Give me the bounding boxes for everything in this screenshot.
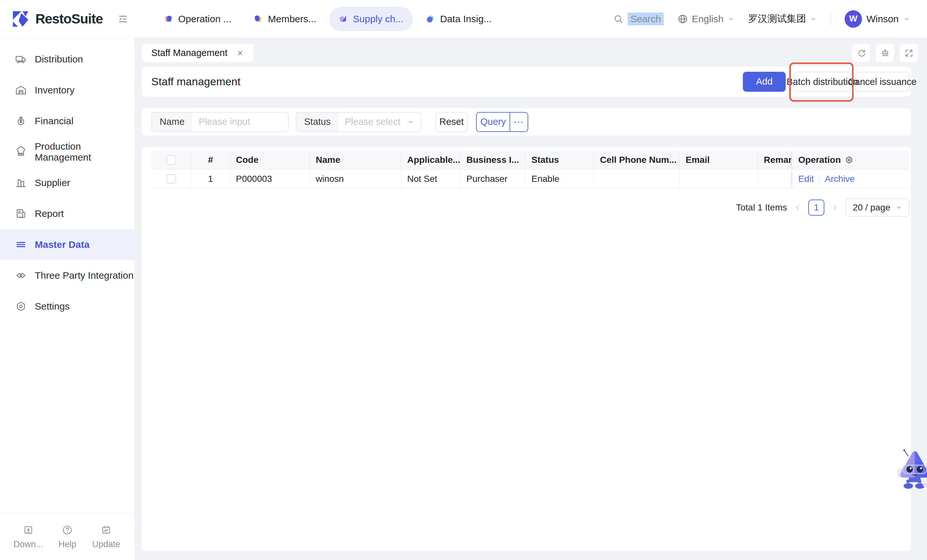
sidebar-item-label: Settings [35, 301, 70, 312]
chevron-down-icon [903, 15, 910, 23]
module-tab-operation[interactable]: Operation ... [154, 7, 241, 31]
query-button[interactable]: Query [477, 113, 509, 131]
sidebar-footer: Down... Help Update [0, 513, 134, 560]
query-split-button: Query ⋯ [476, 112, 528, 132]
cell-code: P000003 [230, 170, 310, 188]
chevron-down-icon [895, 204, 903, 211]
download-button[interactable]: Down... [14, 525, 43, 549]
page-title: Staff management [151, 75, 240, 88]
refresh-button[interactable] [852, 44, 870, 62]
batch-distribution-button[interactable]: Batch distribution [794, 72, 851, 92]
truck-icon [15, 53, 27, 65]
col-index: # [191, 150, 230, 170]
module-tab-data-insight[interactable]: Data Insig... [416, 7, 501, 31]
cell-applicable: Not Set [401, 170, 460, 188]
clear-cache-button[interactable] [876, 44, 894, 62]
archive-link[interactable]: Archive [825, 174, 855, 184]
sidebar-item-three-party-integration[interactable]: Three Party Integration [0, 260, 134, 291]
help-button[interactable]: Help [53, 525, 82, 549]
column-settings-icon[interactable] [845, 155, 854, 164]
col-remark: Remark [758, 150, 792, 170]
sidebar-item-label: Three Party Integration [35, 270, 134, 281]
select-all-checkbox[interactable] [166, 155, 176, 165]
update-button[interactable]: Update [92, 525, 121, 549]
restosuite-logo-icon [12, 10, 30, 28]
collapse-sidebar-button[interactable] [116, 13, 128, 25]
col-name: Name [310, 150, 401, 170]
sidebar-item-supplier[interactable]: Supplier [0, 167, 134, 198]
close-icon[interactable] [236, 49, 244, 57]
download-icon [23, 525, 34, 536]
prev-page-button[interactable] [793, 203, 802, 212]
page-number-button[interactable]: 1 [808, 200, 824, 216]
batch-distribution-label: Batch distribution [787, 76, 858, 87]
sidebar-item-master-data[interactable]: Master Data [0, 229, 134, 260]
tab-staff-management[interactable]: Staff Management [141, 44, 254, 62]
chevron-down-icon [407, 118, 414, 126]
module-tabs: Operation ... Members... Supply ch... Da… [154, 7, 501, 31]
sidebar-item-distribution[interactable]: Distribution [0, 44, 134, 75]
sidebar-item-settings[interactable]: Settings [0, 291, 134, 322]
staff-table-card: # Code Name Applicable... Business I... … [141, 147, 911, 551]
supply-chain-module-icon [339, 15, 348, 23]
mascot-robot [897, 448, 927, 490]
sidebar-item-financial[interactable]: Financial [0, 106, 134, 137]
cell-operation: Edit Archive [792, 170, 910, 188]
cancel-issuance-label: Cancel issuance [848, 76, 917, 87]
module-tab-supply-chain[interactable]: Supply ch... [329, 7, 413, 31]
topbar-right: Search English 罗汉测试集团 W Winson [613, 10, 910, 28]
sidebar-item-label: Inventory [35, 85, 74, 96]
chevron-down-icon [728, 15, 734, 23]
row-select-cell [151, 170, 191, 188]
footer-item-label: Help [59, 539, 77, 549]
module-tab-members[interactable]: Members... [244, 7, 326, 31]
table-row: 1 P000003 winosn Not Set Purchaser Enabl… [151, 170, 910, 188]
status-filter-field[interactable]: Status Please select [296, 112, 421, 132]
col-applicable: Applicable... [401, 150, 460, 170]
reset-button[interactable]: Reset [436, 112, 468, 132]
refresh-icon [857, 48, 866, 58]
col-code: Code [230, 150, 310, 170]
col-business: Business I... [460, 150, 526, 170]
brand[interactable]: RestoSuite [12, 10, 103, 28]
cancel-issuance-button[interactable]: Cancel issuance [855, 72, 910, 92]
cell-remark [758, 170, 792, 188]
sidebar-item-label: Report [35, 208, 64, 219]
name-filter-field: Name [151, 112, 289, 132]
module-tab-label: Operation ... [178, 14, 231, 24]
row-checkbox[interactable] [166, 174, 176, 184]
update-calendar-icon [101, 525, 112, 536]
col-operation-label: Operation [798, 155, 841, 165]
sidebar-item-label: Master Data [35, 239, 90, 250]
help-icon [62, 525, 73, 536]
add-button[interactable]: Add [743, 72, 786, 92]
edit-link[interactable]: Edit [798, 174, 814, 184]
name-filter-input[interactable] [192, 113, 289, 131]
name-filter-label: Name [152, 113, 192, 131]
expand-icon [904, 48, 914, 58]
language-selector[interactable]: English [677, 14, 734, 24]
fullscreen-button[interactable] [900, 44, 918, 62]
status-filter-select[interactable]: Please select [338, 113, 421, 131]
sidebar-item-production-management[interactable]: Production Management [0, 137, 134, 167]
integration-link-icon [15, 269, 27, 282]
page-size-select[interactable]: 20 / page [846, 198, 910, 217]
organization-selector[interactable]: 罗汉测试集团 [748, 12, 817, 26]
user-menu[interactable]: W Winson [845, 10, 910, 28]
global-search[interactable]: Search [613, 12, 663, 26]
col-email: Email [680, 150, 758, 170]
pagination: Total 1 Items 1 20 / page [151, 198, 910, 217]
query-more-button[interactable]: ⋯ [509, 113, 527, 131]
sidebar-item-label: Financial [35, 115, 73, 126]
sidebar-item-inventory[interactable]: Inventory [0, 75, 134, 106]
cell-cell-phone [594, 170, 680, 188]
sidebar-item-report[interactable]: Report [0, 198, 134, 229]
chef-hat-icon [15, 146, 27, 158]
filter-bar: Name Status Please select Reset Query ⋯ [141, 108, 911, 135]
tab-row: Staff Management [141, 44, 911, 62]
cell-status: Enable [526, 170, 594, 188]
menu-lines-icon [15, 238, 27, 251]
language-label: English [692, 14, 723, 24]
page-header: Staff management Add Batch distribution … [141, 67, 911, 97]
next-page-button[interactable] [831, 203, 839, 212]
